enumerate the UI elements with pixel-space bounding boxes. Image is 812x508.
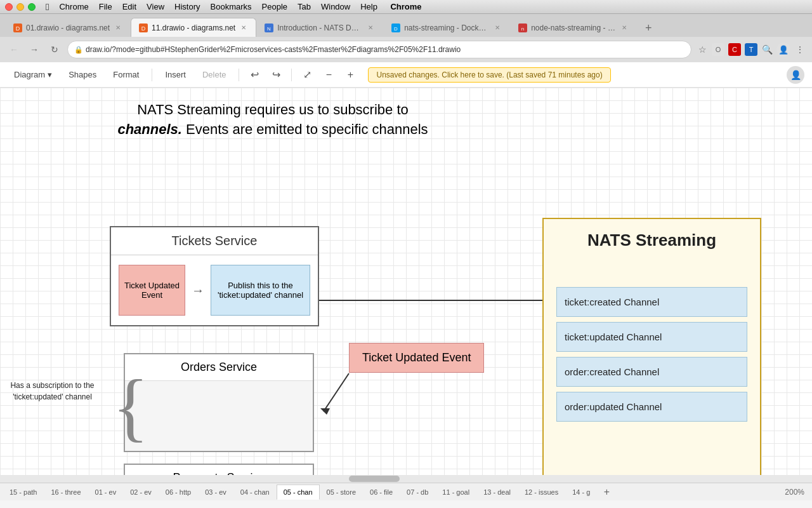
- tab-close-3[interactable]: ✕: [366, 23, 375, 32]
- svg-text:D: D: [394, 26, 398, 32]
- scrollbar-thumb[interactable]: [349, 476, 400, 482]
- toolbar-separator-3: [291, 69, 292, 81]
- extension-icon-2[interactable]: C: [728, 43, 741, 56]
- page-tab-15-path[interactable]: 15 - path: [3, 485, 44, 500]
- svg-marker-15: [320, 408, 330, 415]
- insert-button[interactable]: Insert: [159, 67, 192, 82]
- page-tab-06-file[interactable]: 06 - file: [363, 485, 400, 500]
- tab-title-3: Introduction - NATS Docs: [277, 23, 362, 32]
- extension-icon-3[interactable]: T: [745, 43, 757, 56]
- payments-service-group: { Payments Service: [124, 464, 314, 475]
- channel-order-created: order:created Channel: [556, 357, 747, 387]
- menu-dots-icon[interactable]: ⋮: [794, 44, 806, 55]
- svg-text:N: N: [267, 26, 271, 32]
- tab-title-4: nats-streaming - Docker Hub: [404, 23, 489, 32]
- tab-nats-docs[interactable]: N Introduction - NATS Docs ✕: [256, 18, 383, 37]
- menu-history[interactable]: History: [174, 2, 200, 11]
- orders-service-title: Orders Service: [125, 354, 313, 381]
- tab-close-4[interactable]: ✕: [493, 23, 502, 32]
- publish-box: Publish this to the 'ticket:updated' cha…: [211, 265, 310, 316]
- extension-icon-1[interactable]: O: [712, 43, 724, 56]
- menu-edit[interactable]: Edit: [122, 2, 136, 11]
- page-tab-01-ev[interactable]: 01 - ev: [88, 485, 124, 500]
- page-tab-02-ev[interactable]: 02 - ev: [123, 485, 159, 500]
- browser-action-icons: ☆ O C T 🔍 👤 ⋮: [697, 43, 806, 57]
- page-tab-06-http[interactable]: 06 - http: [159, 485, 198, 500]
- maximize-button[interactable]: [28, 3, 36, 11]
- page-tab-03-ev[interactable]: 03 - ev: [198, 485, 233, 500]
- tab-bar: D 01.drawio - diagrams.net ✕ D 11.drawio…: [0, 14, 812, 37]
- channel-ticket-updated: ticket:updated Channel: [556, 322, 747, 352]
- ticket-updated-floating-box: Ticket Updated Event: [349, 343, 484, 373]
- forward-button[interactable]: →: [27, 42, 42, 57]
- page-tab-07-db[interactable]: 07 - db: [400, 485, 435, 500]
- tab-drawio-11[interactable]: D 11.drawio - diagrams.net ✕: [131, 18, 256, 37]
- diagram-label: Diagram: [14, 70, 45, 79]
- title-italic: channels.: [117, 121, 181, 137]
- tab-close-1[interactable]: ✕: [114, 23, 122, 32]
- tab-docker-hub[interactable]: D nats-streaming - Docker Hub ✕: [383, 18, 510, 37]
- toolbar-separator-2: [239, 69, 239, 81]
- bookmark-icon[interactable]: ☆: [697, 44, 708, 55]
- redo-button[interactable]: ↪: [267, 66, 285, 84]
- page-tab-14-g[interactable]: 14 - g: [565, 485, 597, 500]
- bottom-tab-bar: 15 - path 16 - three 01 - ev 02 - ev 06 …: [0, 483, 812, 500]
- ticket-updated-event-box: Ticket Updated Event: [119, 265, 185, 316]
- has-subscription-label: Has a subscription to the 'ticket:update…: [6, 380, 98, 403]
- menu-tab[interactable]: Tab: [298, 2, 311, 11]
- menu-help[interactable]: Help: [360, 2, 377, 11]
- user-avatar[interactable]: 👤: [787, 66, 804, 84]
- reload-button[interactable]: ↻: [47, 42, 62, 57]
- app-title: Chrome: [390, 2, 421, 11]
- tab-favicon-1: D: [13, 23, 22, 32]
- minimize-button[interactable]: [16, 3, 24, 11]
- profile-icon[interactable]: 👤: [776, 43, 790, 57]
- page-tab-04-chan[interactable]: 04 - chan: [233, 485, 277, 500]
- zoom-level: 200%: [785, 488, 809, 497]
- canvas-scrollbar[interactable]: [0, 475, 812, 483]
- toolbar-right: 👤: [787, 66, 804, 84]
- diagram-title: NATS Streaming requires us to subscribe …: [51, 100, 495, 140]
- menu-chrome[interactable]: Chrome: [59, 2, 88, 11]
- payments-service-box: Payments Service: [124, 464, 314, 475]
- zoom-out-button[interactable]: −: [320, 66, 337, 84]
- menu-file[interactable]: File: [99, 2, 112, 11]
- tab-favicon-4: D: [391, 23, 400, 32]
- nats-streaming-title: NATS Streaming: [544, 219, 760, 262]
- fit-page-button[interactable]: ⤢: [298, 66, 316, 84]
- page-tab-05-chan[interactable]: 05 - chan: [277, 485, 320, 500]
- tab-npm[interactable]: n node-nats-streaming - npm ✕: [510, 18, 637, 37]
- menu-view[interactable]: View: [147, 2, 164, 11]
- page-tab-11-goal[interactable]: 11 - goal: [435, 485, 476, 500]
- tab-close-2[interactable]: ✕: [239, 23, 248, 32]
- payments-service-title: Payments Service: [125, 465, 313, 475]
- menu-window[interactable]: Window: [321, 2, 350, 11]
- app-toolbar: Diagram ▾ Shapes Format Insert Delete ↩ …: [0, 62, 812, 88]
- mac-window-controls[interactable]: [5, 3, 36, 11]
- back-button[interactable]: ←: [6, 42, 22, 57]
- close-button[interactable]: [5, 3, 13, 11]
- delete-button[interactable]: Delete: [196, 67, 233, 82]
- tab-close-5[interactable]: ✕: [620, 23, 629, 32]
- search-icon[interactable]: 🔍: [761, 44, 773, 55]
- format-button[interactable]: Format: [107, 67, 145, 82]
- shapes-button[interactable]: Shapes: [62, 67, 103, 82]
- menu-bookmarks[interactable]: Bookmarks: [211, 2, 252, 11]
- page-tab-16-three[interactable]: 16 - three: [44, 485, 88, 500]
- title-line1: NATS Streaming requires us to subscribe …: [51, 100, 495, 120]
- page-tab-12-issues[interactable]: 12 - issues: [518, 485, 565, 500]
- diagram-menu[interactable]: Diagram ▾: [8, 67, 58, 82]
- save-notice[interactable]: Unsaved changes. Click here to save. (La…: [368, 67, 610, 83]
- page-tab-05-store[interactable]: 05 - store: [320, 485, 363, 500]
- tab-drawio-01[interactable]: D 01.drawio - diagrams.net ✕: [5, 18, 131, 37]
- undo-button[interactable]: ↩: [246, 66, 263, 84]
- title-rest: Events are emitted to specific channels: [186, 121, 428, 137]
- url-bar[interactable]: 🔒 draw.io/?mode=github#HStephenGrider%2F…: [67, 41, 691, 58]
- menu-people[interactable]: People: [262, 2, 287, 11]
- menu-apple[interactable]: : [46, 1, 49, 12]
- zoom-in-button[interactable]: +: [341, 66, 359, 84]
- new-tab-button[interactable]: +: [639, 19, 657, 37]
- add-page-button[interactable]: +: [599, 485, 613, 499]
- page-tab-13-deal[interactable]: 13 - deal: [476, 485, 518, 500]
- diagram-canvas[interactable]: NATS Streaming requires us to subscribe …: [0, 88, 812, 475]
